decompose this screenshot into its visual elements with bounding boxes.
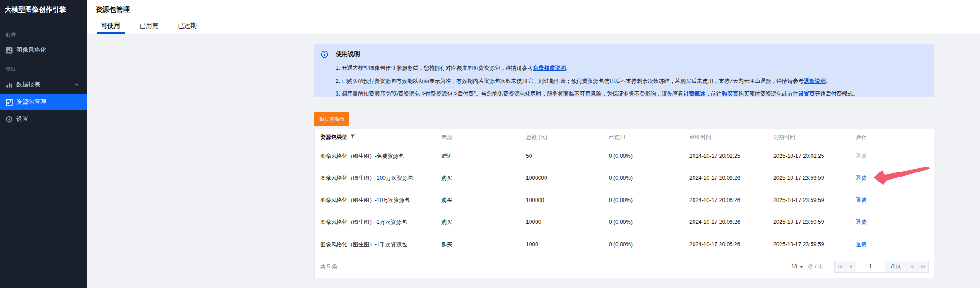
sidebar-item[interactable]: 设置 bbox=[0, 111, 87, 127]
cell-total: 1000000 bbox=[526, 167, 547, 189]
tab-可使用[interactable]: 可使用 bbox=[97, 20, 125, 34]
cell-used: 0 (0.00%) bbox=[609, 167, 633, 189]
cell-acquired: 2024-10-17 20:06:26 bbox=[689, 233, 740, 255]
column-header: 总额 (次) bbox=[526, 129, 547, 145]
gear-icon bbox=[6, 116, 13, 123]
image-icon bbox=[6, 47, 13, 54]
sidebar-section-label: 管理 bbox=[5, 66, 16, 73]
notice-link[interactable]: 购买页 bbox=[722, 91, 738, 97]
table-row: 图像风格化（图生图）-100万次资源包 购买 1000000 0 (0.00%)… bbox=[315, 167, 934, 189]
notice-link[interactable]: 设置页 bbox=[798, 91, 815, 97]
page-size-select[interactable]: 10 bbox=[791, 263, 803, 270]
sidebar-item-label: 图像风格化 bbox=[16, 42, 46, 58]
cell-expire: 2025-10-17 20:02:25 bbox=[773, 145, 824, 167]
notice-line: 3. 调用量的扣费顺序为"免费资源包->付费资源包->后付费"。当您的免费资源包… bbox=[336, 87, 925, 101]
sidebar-item-label: 设置 bbox=[16, 111, 28, 127]
notice-title: 使用说明 bbox=[336, 50, 360, 58]
notice-link[interactable]: 退款说明 bbox=[804, 78, 826, 84]
prev-page-button[interactable] bbox=[845, 261, 856, 273]
cell-total: 100000 bbox=[526, 189, 544, 211]
pager-buttons: 1 /1页 bbox=[834, 261, 929, 273]
next-page-button[interactable] bbox=[907, 261, 918, 273]
tab-已过期[interactable]: 已过期 bbox=[173, 20, 201, 34]
chart-icon bbox=[6, 81, 13, 88]
notice-link[interactable]: 计费概述 bbox=[684, 91, 705, 97]
annotation-arrow bbox=[865, 155, 938, 191]
cell-action: 退费 bbox=[856, 189, 867, 211]
content-area: 使用说明 1. 开通大模型图像创作引擎服务后，您将拥有对应额度的免费资源包，详情… bbox=[87, 34, 980, 288]
cell-action: 退费 bbox=[856, 211, 867, 233]
table-row: 图像风格化（图生图）-免费资源包 赠送 50 0 (0.00%) 2024-10… bbox=[315, 145, 934, 167]
sidebar-item-label: 资源包管理 bbox=[16, 94, 46, 110]
cell-source: 购买 bbox=[441, 167, 452, 189]
tab-bar: 可使用已用完已过期 bbox=[97, 20, 211, 34]
cell-source: 赠送 bbox=[441, 145, 452, 167]
refund-link[interactable]: 退费 bbox=[856, 219, 867, 225]
first-page-icon bbox=[837, 264, 842, 269]
info-icon bbox=[321, 51, 328, 58]
notice-lines: 1. 开通大模型图像创作引擎服务后，您将拥有对应额度的免费资源包，详情请参考免费… bbox=[336, 61, 925, 101]
prev-page-icon bbox=[849, 264, 852, 269]
cell-source: 购买 bbox=[441, 211, 452, 233]
cell-type: 图像风格化（图生图）-1万次资源包 bbox=[320, 211, 407, 233]
cell-acquired: 2024-10-17 20:06:26 bbox=[689, 167, 740, 189]
resource-pack-table: 资源包类型来源总额 (次)已使用获取时间到期时间操作 图像风格化（图生图）-免费… bbox=[314, 129, 934, 278]
cell-action: 退费 bbox=[856, 233, 867, 255]
page-title: 资源包管理 bbox=[96, 5, 130, 14]
first-page-button[interactable] bbox=[834, 261, 845, 273]
cell-total: 10000 bbox=[526, 211, 541, 233]
buy-resource-pack-button[interactable]: 购买资源包 bbox=[314, 112, 349, 126]
column-header: 操作 bbox=[856, 129, 867, 145]
app-title: 大模型图像创作引擎 bbox=[5, 5, 86, 14]
column-header-type: 资源包类型 bbox=[320, 129, 355, 145]
cell-expire: 2025-10-17 23:59:59 bbox=[773, 189, 824, 211]
cell-expire: 2025-10-17 23:59:59 bbox=[773, 233, 824, 255]
pagination: 10 条 / 页 1 /1页 bbox=[791, 261, 929, 273]
cell-acquired: 2024-10-17 20:06:26 bbox=[689, 189, 740, 211]
table-footer: 共 5 条 10 条 / 页 1 /1页 bbox=[315, 255, 934, 278]
table-row: 图像风格化（图生图）-10万次资源包 购买 100000 0 (0.00%) 2… bbox=[315, 189, 934, 211]
cell-source: 购买 bbox=[441, 189, 452, 211]
cell-source: 购买 bbox=[441, 233, 452, 255]
notice-line: 1. 开通大模型图像创作引擎服务后，您将拥有对应额度的免费资源包，详情请参考免费… bbox=[336, 61, 925, 75]
sidebar-item[interactable]: 图像风格化 bbox=[0, 42, 87, 58]
refund-link[interactable]: 退费 bbox=[856, 241, 867, 248]
cell-total: 50 bbox=[526, 145, 532, 167]
usage-notice: 使用说明 1. 开通大模型图像创作引擎服务后，您将拥有对应额度的免费资源包，详情… bbox=[314, 44, 934, 97]
next-page-icon bbox=[911, 264, 914, 269]
chevron-down-icon bbox=[75, 83, 79, 86]
cell-type: 图像风格化（图生图）-免费资源包 bbox=[320, 145, 404, 167]
refund-link[interactable]: 退费 bbox=[856, 197, 867, 203]
cell-expire: 2025-10-17 23:59:59 bbox=[773, 211, 824, 233]
column-header: 到期时间 bbox=[773, 129, 795, 145]
cell-used: 0 (0.00%) bbox=[609, 189, 633, 211]
tab-已用完[interactable]: 已用完 bbox=[135, 20, 163, 34]
column-header: 已使用 bbox=[609, 129, 625, 145]
page-number-input[interactable]: 1 bbox=[856, 261, 885, 273]
cell-acquired: 2024-10-17 20:02:25 bbox=[689, 145, 740, 167]
cell-type: 图像风格化（图生图）-100万次资源包 bbox=[320, 167, 413, 189]
notice-line: 2. 已购买的预付费资源包有效期以页面显示为准，有效期内若资源包次数未使用完，则… bbox=[336, 75, 925, 88]
last-page-icon bbox=[921, 264, 925, 269]
sidebar-item[interactable]: 资源包管理 bbox=[0, 94, 87, 110]
package-icon bbox=[6, 99, 13, 106]
sidebar-item-label: 数据报表 bbox=[16, 76, 40, 93]
notice-link[interactable]: 免费额度说明 bbox=[533, 65, 566, 71]
table-row: 图像风格化（图生图）-1千次资源包 购买 1000 0 (0.00%) 2024… bbox=[315, 233, 934, 255]
page-size-unit: 条 / 页 bbox=[808, 263, 823, 270]
sidebar-item[interactable]: 数据报表 bbox=[0, 76, 87, 93]
total-pages-label: /1页 bbox=[885, 261, 907, 273]
cell-acquired: 2024-10-17 20:06:26 bbox=[689, 211, 740, 233]
sidebar: 大模型图像创作引擎 创作 图像风格化 管理 数据报表 资源包管理 设置 bbox=[0, 0, 87, 288]
cell-expire: 2025-10-17 23:59:59 bbox=[773, 167, 824, 189]
cell-total: 1000 bbox=[526, 233, 538, 255]
filter-icon[interactable] bbox=[350, 134, 355, 139]
cell-type: 图像风格化（图生图）-10万次资源包 bbox=[320, 189, 410, 211]
total-count: 共 5 条 bbox=[320, 255, 337, 278]
column-header: 获取时间 bbox=[689, 129, 711, 145]
column-header: 来源 bbox=[441, 129, 452, 145]
last-page-button[interactable] bbox=[918, 261, 929, 273]
cell-type: 图像风格化（图生图）-1千次资源包 bbox=[320, 233, 407, 255]
cell-used: 0 (0.00%) bbox=[609, 145, 633, 167]
cell-used: 0 (0.00%) bbox=[609, 233, 633, 255]
